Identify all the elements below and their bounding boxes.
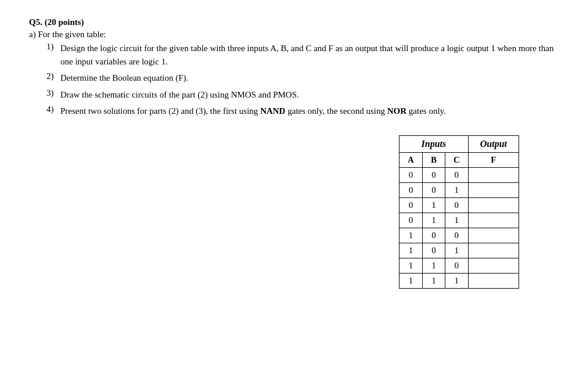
col-f-header: F <box>468 152 519 167</box>
list-num-4: 4) <box>46 105 60 114</box>
table-row: 110 <box>400 258 519 273</box>
table-row: 000 <box>400 167 519 182</box>
title-text: Q5. (20 points) <box>29 17 554 27</box>
cell-f-5 <box>468 243 519 258</box>
list-text-3: Draw the schematic circuits of the part … <box>60 88 554 102</box>
table-row: 001 <box>400 182 519 197</box>
list-item-4: 4) Present two solutions for parts (2) a… <box>46 105 554 118</box>
list-text-2: Determine the Boolean equation (F). <box>60 71 554 85</box>
cell-b-6: 1 <box>422 258 445 273</box>
col-a-header: A <box>400 152 423 167</box>
cell-a-2: 0 <box>400 197 423 213</box>
question-list: 1) Design the logic circuit for the give… <box>29 42 554 118</box>
cell-b-4: 0 <box>422 228 445 243</box>
col-c-header: C <box>445 152 468 167</box>
list-item-2: 2) Determine the Boolean equation (F). <box>46 71 554 85</box>
cell-a-5: 1 <box>400 243 423 258</box>
cell-a-7: 1 <box>400 273 423 288</box>
list-item-1: 1) Design the logic circuit for the give… <box>46 42 554 68</box>
output-header: Output <box>468 135 519 152</box>
list-text-4: Present two solutions for parts (2) and … <box>60 105 554 118</box>
table-row: 111 <box>400 273 519 288</box>
table-row: 101 <box>400 243 519 258</box>
cell-c-2: 0 <box>445 197 468 213</box>
cell-a-1: 0 <box>400 182 423 197</box>
list-num-3: 3) <box>46 88 60 98</box>
truth-table: Inputs Output A B C F 000001010011100101… <box>399 135 519 289</box>
cell-c-1: 1 <box>445 182 468 197</box>
cell-c-0: 0 <box>445 167 468 182</box>
cell-f-7 <box>468 273 519 288</box>
cell-c-7: 1 <box>445 273 468 288</box>
cell-f-0 <box>468 167 519 182</box>
cell-b-7: 1 <box>422 273 445 288</box>
cell-a-3: 0 <box>400 213 423 228</box>
cell-b-0: 0 <box>422 167 445 182</box>
col-b-header: B <box>422 152 445 167</box>
cell-f-3 <box>468 213 519 228</box>
cell-f-1 <box>468 182 519 197</box>
cell-a-4: 1 <box>400 228 423 243</box>
question-title: Q5. (20 points) a) For the given table: … <box>29 17 554 118</box>
cell-f-4 <box>468 228 519 243</box>
cell-b-3: 1 <box>422 213 445 228</box>
cell-c-5: 1 <box>445 243 468 258</box>
table-body: 000001010011100101110111 <box>400 167 519 288</box>
subtitle-text: a) For the given table: <box>29 30 554 39</box>
inputs-header: Inputs <box>400 135 469 152</box>
table-row: 011 <box>400 213 519 228</box>
cell-b-2: 1 <box>422 197 445 213</box>
cell-c-3: 1 <box>445 213 468 228</box>
list-num-1: 1) <box>46 42 60 52</box>
truth-table-container: Inputs Output A B C F 000001010011100101… <box>29 135 554 289</box>
table-row: 010 <box>400 197 519 213</box>
cell-b-5: 0 <box>422 243 445 258</box>
cell-c-4: 0 <box>445 228 468 243</box>
list-num-2: 2) <box>46 71 60 81</box>
cell-c-6: 0 <box>445 258 468 273</box>
cell-f-6 <box>468 258 519 273</box>
cell-b-1: 0 <box>422 182 445 197</box>
list-item-3: 3) Draw the schematic circuits of the pa… <box>46 88 554 102</box>
list-text-1: Design the logic circuit for the given t… <box>60 42 554 68</box>
cell-f-2 <box>468 197 519 213</box>
table-row: 100 <box>400 228 519 243</box>
cell-a-6: 1 <box>400 258 423 273</box>
cell-a-0: 0 <box>400 167 423 182</box>
